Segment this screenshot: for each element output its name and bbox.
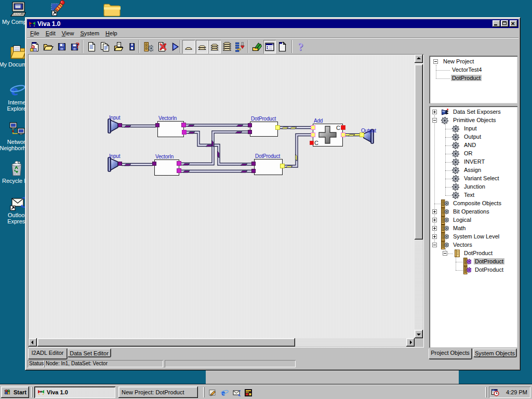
tree-item-junction[interactable]: Junction	[431, 183, 515, 191]
menu-edit[interactable]: Edit	[43, 29, 59, 37]
background-window[interactable]	[206, 370, 459, 384]
toolbar-new-sheet-button[interactable]	[85, 40, 98, 54]
tree-item-label[interactable]: Output	[463, 134, 482, 140]
tree-item-output[interactable]: Output	[431, 133, 515, 141]
menu-system[interactable]: System	[77, 29, 102, 37]
tree-item-variant-select[interactable]: Variant Select	[431, 175, 515, 183]
toolbar-show-dialog-button[interactable]	[263, 40, 276, 54]
quicklaunch-show-desktop-icon[interactable]	[208, 389, 217, 397]
quicklaunch-launch-media-icon[interactable]	[244, 389, 252, 397]
tree-item-vectortest4[interactable]: VectorTest4	[431, 66, 515, 74]
connector-dotproduct2-out[interactable]	[281, 164, 285, 168]
task-viva[interactable]: Viva 1.0	[34, 387, 115, 398]
tree-expander-minus[interactable]	[432, 118, 437, 123]
tree-item-vectors[interactable]: Vectors	[431, 241, 515, 249]
toolbar-layer-1-button[interactable]	[182, 40, 195, 54]
canvas-vertical-scrollbar[interactable]	[415, 55, 423, 338]
scroll-up-button[interactable]	[415, 55, 423, 63]
node-input1[interactable]	[108, 119, 118, 133]
toolbar-new-page-button[interactable]	[276, 40, 288, 54]
maximize-button[interactable]	[501, 20, 509, 27]
toolbar-copy-sheet-button[interactable]	[98, 40, 112, 54]
toolbar-save-button[interactable]	[55, 40, 69, 54]
i2adl-canvas[interactable]: Input VectorIn DotProduct Input VectorIn…	[29, 55, 415, 338]
menu-file[interactable]: File	[27, 29, 43, 37]
tree-item-data-set-exposers[interactable]: Data Set Exposers	[431, 108, 515, 116]
task-new-project[interactable]: New Project: DotProduct	[118, 387, 198, 398]
tree-expander-minus[interactable]	[433, 59, 438, 64]
tree-item-label[interactable]: System Low Level	[452, 233, 500, 240]
toolbar-help-about-button[interactable]: ??	[295, 40, 307, 54]
quicklaunch-launch-outlook-icon[interactable]	[232, 389, 241, 397]
connector-vectorin2-out1[interactable]	[177, 162, 181, 166]
connector-add-out[interactable]	[341, 133, 345, 137]
menu-view[interactable]: View	[59, 29, 77, 37]
connector-input1-out[interactable]	[118, 124, 122, 127]
tree-item-invert[interactable]: INVERT	[431, 158, 515, 166]
hscroll-thumb[interactable]	[37, 338, 295, 347]
tree-item-logical[interactable]: Logical	[431, 216, 515, 224]
tree-item-label[interactable]: INVERT	[463, 158, 486, 165]
tree-item-label[interactable]: OR	[463, 150, 474, 156]
close-button[interactable]: ✕	[510, 20, 517, 27]
tree-item-new-project[interactable]: New Project	[431, 58, 515, 66]
toolbar-open-sheet-button[interactable]	[112, 40, 125, 54]
node-vectorin2[interactable]	[155, 160, 179, 176]
tree-expander-minus[interactable]	[443, 251, 447, 256]
tree-item-dotproduct[interactable]: DotProduct	[431, 74, 515, 83]
tree-item-label[interactable]: Logical	[452, 217, 472, 223]
connector-add-in1[interactable]	[311, 126, 315, 130]
start-button[interactable]: Start	[1, 387, 29, 398]
tree-item-label[interactable]: DotProduct	[451, 75, 482, 81]
toolbar-save-as-button[interactable]: ?	[69, 40, 82, 54]
tree-item-label[interactable]: New Project	[442, 58, 475, 64]
tree-item-or[interactable]: OR	[431, 150, 515, 158]
toolbar-layer-2-button[interactable]	[196, 40, 208, 54]
tree-item-label[interactable]: Primitive Objects	[452, 117, 497, 123]
tree-item-primitive-objects[interactable]: Primitive Objects	[431, 116, 515, 125]
tree-item-math[interactable]: Math	[431, 224, 515, 233]
node-dotproduct2[interactable]	[255, 159, 283, 175]
connector-vectorin2-out2[interactable]	[177, 169, 181, 173]
tree-expander-plus[interactable]	[432, 234, 437, 239]
node-dotproduct1[interactable]	[250, 122, 278, 137]
toolbar-open-project-button[interactable]	[42, 40, 55, 54]
tree-item-label[interactable]: DotProduct	[474, 258, 504, 264]
connector-dotproduct1-in2[interactable]	[248, 130, 252, 134]
toolbar-layer-3-button[interactable]	[208, 40, 221, 54]
connector-vectorin1-in[interactable]	[156, 124, 159, 127]
tree-item-label[interactable]: Assign	[463, 167, 482, 173]
connector-vectorin2-in[interactable]	[153, 162, 156, 166]
tree-item-dotproduct[interactable]: DotProduct	[431, 266, 515, 274]
desktop-icon-viva-shortcut[interactable]	[38, 0, 78, 17]
tree-expander-plus[interactable]	[432, 218, 437, 222]
tree-item-assign[interactable]: Assign	[431, 166, 515, 175]
toolbar-clear-sheet-button[interactable]	[155, 40, 168, 54]
wire-vectorin2-dotproduct1[interactable]	[181, 132, 248, 164]
connector-dotproduct1-out[interactable]	[276, 126, 280, 130]
tree-expander-plus[interactable]	[432, 226, 437, 231]
connector-output-in[interactable]	[360, 133, 364, 137]
tree-item-label[interactable]: VectorTest4	[451, 66, 483, 73]
toolbar-outline-button[interactable]	[233, 40, 246, 54]
tree-item-dotproduct[interactable]: DotProduct	[431, 258, 515, 266]
connector-add-ctop[interactable]	[341, 126, 345, 130]
tab-system-objects[interactable]: System Objects	[473, 349, 517, 357]
tree-item-input[interactable]: Input	[431, 125, 515, 133]
tree-item-label[interactable]: Math	[452, 225, 467, 231]
tree-item-label[interactable]: AND	[463, 142, 477, 148]
node-vectorin1[interactable]	[158, 122, 184, 137]
tree-item-label[interactable]: Data Set Exposers	[452, 109, 502, 115]
scroll-down-button[interactable]	[415, 330, 423, 338]
node-input2[interactable]	[108, 157, 118, 171]
connector-vectorin1-out2[interactable]	[182, 130, 187, 135]
toolbar-synthesize-button[interactable]	[141, 40, 155, 54]
toolbar-save-sheet-button[interactable]	[125, 40, 139, 54]
tree-item-composite-objects[interactable]: Composite Objects	[431, 200, 515, 208]
tree-item-label[interactable]: Text	[463, 192, 475, 198]
tree-expander-minus[interactable]	[432, 243, 437, 247]
tree-expander-plus[interactable]	[432, 209, 437, 214]
tab-data-set-editor[interactable]: Data Set Editor	[68, 349, 111, 357]
connector-input2-out[interactable]	[118, 162, 122, 166]
tree-item-label[interactable]: DotProduct	[463, 250, 494, 256]
